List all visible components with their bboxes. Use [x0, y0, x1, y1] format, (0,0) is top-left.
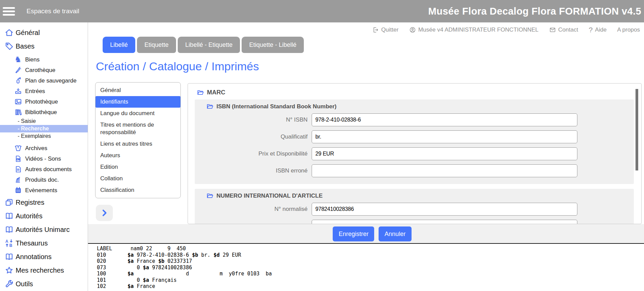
form-menu-item-identifiants[interactable]: Identifiants — [95, 96, 180, 108]
form-menu-item-edition[interactable]: Edition — [95, 161, 180, 173]
form-menu-item-liens[interactable]: Liens et autres titres — [95, 138, 180, 150]
form-menu-item-langue[interactable]: Langue du document — [95, 108, 180, 119]
form-section-menu: Général Identifiants Langue du document … — [95, 82, 181, 198]
field-row: Prix et Disponibilité — [195, 147, 634, 160]
folder-icon — [206, 103, 213, 110]
help-link[interactable]: ? Aide — [589, 26, 607, 34]
normalized-number-input[interactable] — [312, 203, 577, 216]
cancel-button[interactable]: Annuler — [379, 226, 411, 241]
sidebar-item-label: Archives — [25, 145, 47, 152]
folder-icon — [206, 192, 213, 199]
form-menu-item-collation[interactable]: Collation — [95, 173, 180, 184]
sidebar-item-evenements[interactable]: Evènements — [0, 185, 88, 196]
mail-icon — [549, 26, 556, 33]
separator-line — [88, 243, 644, 244]
marc-line: 073 0 $a 9782410028386 — [97, 265, 644, 271]
sidebar-item-label: Autorités — [16, 212, 42, 220]
tab-libelle[interactable]: Libellé — [103, 37, 135, 53]
svg-text:A: A — [5, 239, 8, 244]
field-row: Qualificatif — [195, 130, 634, 143]
exit-icon — [372, 26, 379, 33]
sidebar-item-archives[interactable]: Archives — [0, 143, 88, 153]
tab-libelle-etiquette[interactable]: Libellé - Etiquette — [178, 37, 240, 53]
sidebar-item-autres-documents[interactable]: Autres documents — [0, 164, 88, 175]
open-box-icon — [13, 144, 23, 152]
sidebar-item-produits-doc[interactable]: Produits doc. — [0, 175, 88, 185]
isbn-qualifier-input[interactable] — [312, 130, 577, 143]
tab-etiquette[interactable]: Etiquette — [137, 37, 176, 53]
form-menu-item-titres[interactable]: Titres et mentions de responsabilité — [95, 119, 180, 138]
sidebar-item-label: Annotations — [16, 253, 52, 261]
sidebar-item-label: Plan de sauvegarde — [25, 77, 76, 84]
sidebar-item-recherche[interactable]: - Recherche — [0, 125, 88, 132]
sidebar-item-label: Produits doc. — [25, 177, 59, 183]
marc-record: LABEL nam0 22 9 450010 $a 978-2-410-0283… — [97, 245, 644, 291]
sidebar-item-entrees[interactable]: Entrées — [0, 86, 88, 96]
display-mode-tabs: Libellé Etiquette Libellé - Etiquette Et… — [103, 37, 304, 53]
form-menu-item-classification[interactable]: Classification — [95, 184, 180, 196]
sidebar-item-carotheque[interactable]: Carothèque — [0, 65, 88, 75]
marc-group-header: MARC — [188, 84, 641, 99]
tab-etiquette-libelle[interactable]: Etiquette - Libellé — [242, 37, 304, 53]
erroneous-isbn-input[interactable] — [312, 164, 577, 177]
open-book-icon — [3, 212, 16, 220]
sidebar-item-saisie[interactable]: - Saisie — [0, 117, 88, 125]
sidebar-item-autorites[interactable]: Autorités — [0, 209, 88, 223]
sidebar-item-phototheque[interactable]: Photothèque — [0, 96, 88, 107]
sidebar-item-exemplaires[interactable]: - Exemplaires — [0, 132, 88, 140]
user-links-bar: Quitter Musée v4 ADMINISTRATEUR FONCTION… — [88, 22, 644, 37]
sidebar-item-label: Vidéos - Sons — [25, 156, 61, 162]
save-button[interactable]: Enregistrer — [333, 226, 374, 241]
workspace-label: Espaces de travail — [27, 7, 79, 15]
sidebar-item-label: Carothèque — [25, 67, 55, 74]
sidebar-item-plan-de-sauvegarde[interactable]: Plan de sauvegarde — [0, 75, 88, 86]
quit-link[interactable]: Quitter — [372, 26, 399, 33]
ean-section: NUMERO INTERNATIONAL D'ARTICLE N° normal… — [195, 189, 634, 224]
sidebar-item-label: Evènements — [25, 187, 57, 194]
sidebar-item-videos-sons[interactable]: Vidéos - Sons — [0, 153, 88, 164]
field-row: N° ISBN — [195, 113, 634, 126]
sidebar-item-general[interactable]: Général — [0, 26, 88, 39]
ean-section-header: NUMERO INTERNATIONAL D'ARTICLE — [195, 192, 634, 199]
price-availability-input[interactable] — [312, 147, 577, 160]
document-icon — [13, 165, 23, 173]
sidebar-item-bases[interactable]: Bases — [0, 39, 88, 53]
form-menu-item-auteurs[interactable]: Auteurs — [95, 150, 180, 161]
sidebar-item-label: - Recherche — [18, 126, 49, 132]
contact-link[interactable]: Contact — [549, 26, 578, 33]
sidebar-item-registres[interactable]: Registres — [0, 196, 88, 209]
isbn-section-title: ISBN (International Standard Book Number… — [216, 104, 336, 110]
help-label: Aide — [595, 26, 607, 33]
action-button-bar: Enregistrer Annuler — [88, 224, 644, 243]
sidebar: Général Bases ♞ Biens Carothèque Plan de… — [0, 22, 88, 291]
sidebar-item-label: Registres — [16, 199, 44, 206]
calendar-icon — [13, 186, 23, 194]
sidebar-item-annotations[interactable]: Annotations — [0, 250, 88, 263]
sidebar-item-mes-recherches[interactable]: Mes recherches — [0, 263, 88, 277]
sidebar-item-autorites-unimarc[interactable]: Autorités Unimarc — [0, 223, 88, 236]
ean-qualifier-input[interactable] — [312, 220, 577, 224]
account-link[interactable]: Musée v4 ADMINISTRATEUR FONCTIONNEL — [409, 26, 539, 33]
hamburger-menu-icon[interactable] — [3, 7, 16, 16]
marc-line: 102 $a France — [97, 283, 644, 290]
books-icon — [13, 108, 23, 116]
sidebar-item-bibliotheque[interactable]: Bibliothèque — [0, 107, 88, 117]
sidebar-item-biens[interactable]: ♞ Biens — [0, 54, 88, 65]
form-menu-item-general[interactable]: Général — [95, 85, 180, 96]
marc-form-panel: MARC ISBN (International Standard Book N… — [188, 83, 642, 224]
sidebar-item-label: Général — [16, 29, 40, 37]
open-book-icon — [3, 252, 16, 261]
sort-alpha-icon: AB — [3, 239, 16, 248]
svg-text:B: B — [10, 243, 13, 248]
isbn-number-input[interactable] — [312, 113, 577, 126]
sidebar-item-thesaurus[interactable]: AB Thesaurus — [0, 236, 88, 250]
sidebar-item-label: Mes recherches — [16, 267, 64, 274]
contact-label: Contact — [558, 26, 578, 33]
next-page-button[interactable] — [96, 205, 113, 221]
sidebar-item-label: Bibliothèque — [25, 109, 57, 116]
panel-scrollbar-thumb[interactable] — [636, 89, 638, 170]
fanned-sheets-icon — [13, 176, 23, 184]
about-link[interactable]: A propos — [617, 26, 640, 33]
user-icon — [409, 26, 416, 33]
sidebar-item-outils[interactable]: Outils — [0, 277, 88, 291]
